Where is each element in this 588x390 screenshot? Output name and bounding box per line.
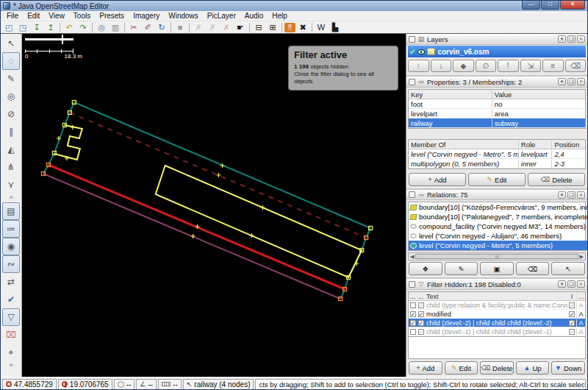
menu-item-edit[interactable]: Edit — [23, 12, 44, 20]
upload-icon[interactable]: ↥ — [44, 22, 57, 33]
undo-icon[interactable]: ↶ — [62, 22, 76, 33]
properties-edit-button[interactable]: ✎Edit — [468, 173, 526, 186]
delete-tool-icon[interactable]: ✖ — [296, 22, 309, 33]
layers-dock-button[interactable]: ❏ — [567, 35, 576, 43]
unglue-mode-icon[interactable]: ⋎ — [2, 176, 20, 194]
delete-mode-icon[interactable]: ⊘ — [2, 105, 20, 123]
layer-move-down-button[interactable]: ↓ — [431, 60, 452, 72]
split-way-icon[interactable]: ✂ — [127, 22, 140, 33]
relations-sticky-button[interactable]: ▾ — [558, 191, 566, 199]
filter-inverted-checkbox[interactable]: ✓ — [567, 302, 576, 309]
left-toolbar-more-icon[interactable]: » — [9, 361, 12, 370]
layers-dialog-toggle-icon[interactable]: ▤ — [2, 202, 20, 220]
transit-icon[interactable]: ⊞ — [266, 22, 279, 33]
tags-dialog-toggle-icon[interactable]: ⌖ — [2, 344, 20, 361]
axe-tool-icon[interactable]: ✗ — [220, 22, 233, 33]
properties-dock-button[interactable]: ❏ — [567, 78, 576, 85]
map-canvas[interactable]: 0 18.3 m Filter active 1 198 objects hid… — [22, 34, 406, 377]
properties-add-button[interactable]: +Add — [409, 173, 466, 186]
draw-way-mode-icon[interactable]: ✎ — [2, 70, 20, 88]
filter-close-panel-button[interactable]: × — [577, 280, 585, 288]
relations-collapse-button[interactable] — [409, 191, 415, 198]
tag-row-levelpart[interactable]: levelpartarea — [409, 109, 585, 118]
lasso-select-mode-icon[interactable]: ◌ — [2, 52, 20, 70]
filter-row-0[interactable]: ✓✓child (type:relation & facility:public… — [409, 301, 585, 310]
layer-row-corvin[interactable]: ✔ corvin_v6.osm — [408, 46, 586, 57]
validator-dialog-toggle-icon[interactable]: ✔ — [2, 291, 20, 308]
parallel-way-mode-icon[interactable]: ∥ — [2, 123, 20, 141]
wiki-icon[interactable]: W — [315, 22, 328, 33]
pan-hand-icon[interactable]: ☛ — [234, 22, 247, 33]
filter-dock-button[interactable]: ❏ — [567, 280, 576, 288]
changeset-dialog-toggle-icon[interactable]: ⌧ — [2, 326, 20, 344]
relations-dialog-toggle-icon[interactable]: ∾ — [2, 255, 20, 273]
way-node-plus-marker[interactable] — [260, 205, 265, 210]
filter-collapse-button[interactable] — [409, 281, 415, 288]
filter-inverted-checkbox[interactable]: ✓ — [567, 311, 576, 318]
filter-hiding-checkbox[interactable]: ✓ — [417, 302, 425, 309]
tunnel-bottom-connector[interactable] — [43, 165, 49, 174]
relation-row-2[interactable]: compound_facility ("Corvin negyed M3", 1… — [409, 221, 588, 231]
download-icon[interactable]: ↧ — [30, 22, 43, 33]
rotate-tool-icon[interactable]: ✗ — [192, 22, 205, 33]
relation-delete-button[interactable]: ⌫ — [516, 262, 550, 275]
layer-active-check-icon[interactable]: ✔ — [409, 48, 415, 56]
scroll-right-icon[interactable]: ▶ — [580, 254, 584, 260]
layers-close-panel-button[interactable]: × — [577, 35, 585, 43]
menu-item-presets[interactable]: Presets — [95, 12, 129, 20]
warning-icon[interactable]: ‼ — [284, 23, 295, 32]
layers-collapse-button[interactable] — [409, 36, 415, 43]
minimize-button[interactable]: — — [522, 1, 540, 10]
platform-rect[interactable] — [156, 166, 362, 277]
filter-enabled-checkbox[interactable]: ✓ — [409, 311, 417, 318]
menu-item-audio[interactable]: Audio — [240, 12, 268, 20]
layer-activate-button[interactable]: ◆ — [453, 60, 474, 72]
relation-select-button[interactable]: ↖ — [551, 262, 585, 275]
placeholder-icon[interactable]: ■ — [173, 22, 187, 33]
scroll-thumb[interactable]: III — [415, 254, 578, 259]
close-button[interactable]: ✕ — [560, 1, 585, 10]
zoom-selection-icon[interactable]: ◎ — [95, 22, 108, 33]
menu-item-piclayer[interactable]: PicLayer — [203, 12, 240, 20]
properties-close-panel-button[interactable]: × — [577, 78, 585, 85]
selection-dialog-toggle-icon[interactable]: ◉ — [2, 238, 20, 255]
open-file-icon[interactable]: ◰ — [2, 22, 15, 33]
filter-row-3[interactable]: ✓✓child (zlevel:-1) | child child child … — [409, 327, 585, 336]
relation-row-1[interactable]: boundary[10] ("Palotanegyed", 7 members,… — [409, 212, 588, 221]
relation-row-4[interactable]: level ("Corvin negyed - Metro", 5 member… — [409, 241, 588, 250]
relation-row-3[interactable]: level ("Corvin negyed - Aluljaro", 46 me… — [409, 231, 588, 241]
commands-dialog-toggle-icon[interactable]: ⇄ — [2, 273, 20, 291]
menu-item-tools[interactable]: Tools — [69, 12, 95, 20]
layer-move-up-button[interactable]: ↑ — [408, 60, 429, 72]
properties-dialog-toggle-icon[interactable]: ≔ — [2, 220, 20, 238]
update-data-icon[interactable]: ↻ — [155, 22, 168, 33]
membership-row[interactable]: level ("Corvin negyed - Metro", 5 member… — [409, 149, 585, 159]
way-node-plus-marker[interactable] — [216, 173, 220, 177]
maximize-button[interactable]: □ — [541, 1, 559, 10]
improve-accuracy-mode-icon[interactable]: ⋔ — [2, 158, 20, 176]
relations-horizontal-scrollbar[interactable]: ◀ III ▶ — [408, 252, 586, 260]
properties-sticky-button[interactable]: ▾ — [558, 78, 566, 85]
relation-new-button[interactable]: ❖ — [409, 262, 442, 275]
filter-enabled-checkbox[interactable]: ✓ — [409, 302, 417, 309]
relation-duplicate-button[interactable]: ▣ — [480, 262, 514, 275]
layers-sticky-button[interactable]: ▾ — [558, 35, 566, 43]
left-toolbar-more-icon[interactable]: » — [9, 194, 12, 202]
layer-duplicate-button[interactable]: ≡ — [542, 60, 564, 72]
filter-inverted-checkbox[interactable]: ✓ — [567, 319, 576, 327]
menu-item-help[interactable]: Help — [268, 12, 292, 20]
filter-row-1[interactable]: ✓✓modified✓A — [409, 310, 585, 319]
extrude-mode-icon[interactable]: ◭ — [2, 141, 20, 158]
filter-enabled-checkbox[interactable]: ✓ — [409, 328, 417, 336]
tag-row-railway[interactable]: railwaysubway — [409, 118, 585, 128]
layer-merge-button[interactable]: ⇲ — [520, 60, 542, 72]
tag-row-foot[interactable]: footno — [409, 99, 585, 109]
layer-visibility-button[interactable]: ∅ — [476, 60, 497, 72]
filter-row-2[interactable]: ✓✓child (zlevel:-2) | child child child … — [409, 319, 585, 327]
filter-enabled-checkbox[interactable]: ✓ — [409, 319, 417, 327]
relations-dock-button[interactable]: ❏ — [567, 191, 576, 199]
layer-visible-eye-icon[interactable] — [417, 49, 425, 54]
filter-hiding-checkbox[interactable]: ✓ — [417, 319, 425, 327]
stats-icon[interactable]: ▙ — [329, 22, 342, 33]
menu-item-imagery[interactable]: Imagery — [129, 12, 164, 20]
